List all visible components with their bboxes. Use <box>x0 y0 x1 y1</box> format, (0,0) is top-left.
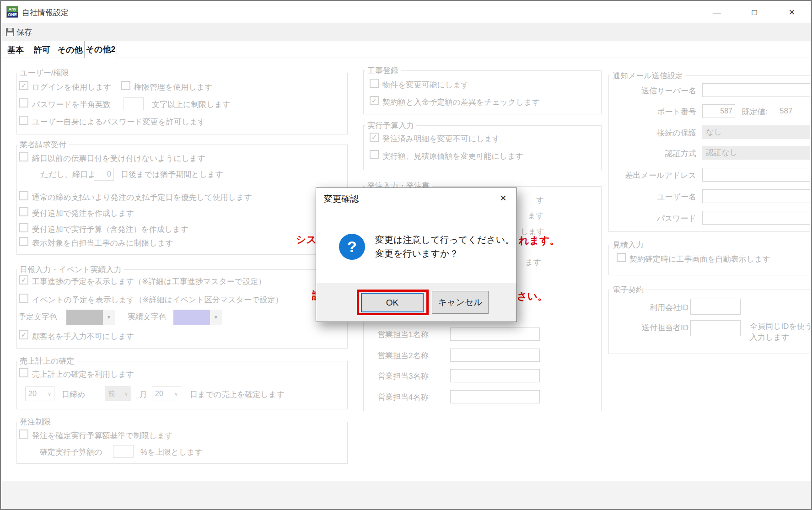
closing-day-select[interactable]: 20∨ <box>25 387 54 401</box>
checkbox-show-events[interactable] <box>19 294 28 303</box>
checkbox-use-authority[interactable] <box>121 81 130 90</box>
sender-id-note-line2: 入力します <box>750 332 789 343</box>
sales-rep4-label: 営業担当4名称 <box>377 392 428 403</box>
tab-other[interactable]: その他 <box>56 43 84 58</box>
checkbox-use-login-label: ログインを使用します <box>32 82 111 92</box>
checkbox-use-sales-confirm[interactable] <box>19 368 28 377</box>
password-length-input[interactable] <box>124 97 144 110</box>
sales-rep2-label: 営業担当2名称 <box>377 350 428 361</box>
checkbox-create-budget[interactable] <box>19 223 28 232</box>
dialog-title: 変更確認 <box>324 193 359 205</box>
checkbox-ordered-detail-lock[interactable]: ✓ <box>370 133 379 142</box>
checkbox-use-login[interactable]: ✓ <box>19 81 28 90</box>
company-id-input[interactable] <box>690 299 741 315</box>
checkbox-self-password-change[interactable] <box>19 116 28 125</box>
checkbox-order-limit[interactable] <box>19 429 28 439</box>
sender-id-input[interactable] <box>690 320 741 336</box>
checkbox-property-editable[interactable] <box>370 79 379 88</box>
checkbox-customer-no-manual-label: 顧客名を手入力不可にします <box>32 331 134 342</box>
group-e-contract-title: 電子契約 <box>610 285 646 295</box>
hidden-row-fragment: ます <box>525 257 541 268</box>
sales-rep2-input[interactable] <box>450 349 540 362</box>
checkbox-customer-no-manual[interactable]: ✓ <box>19 330 28 339</box>
checkbox-password-restrict-label: パスワードを半角英数 <box>32 99 111 110</box>
dialog-message-line1: 変更は注意して行ってください。 <box>375 234 514 246</box>
port-input[interactable]: 587 <box>702 104 735 118</box>
connection-protection-label: 接続の保護 <box>609 128 696 138</box>
save-button[interactable]: 保存 <box>2 23 41 41</box>
group-construction-register-title: 工事登録 <box>365 65 401 76</box>
checkbox-show-progress[interactable]: ✓ <box>19 275 28 285</box>
checkbox-restrict-own-projects[interactable] <box>19 237 28 246</box>
mail-password-label: パスワード <box>609 213 696 224</box>
checkbox-contract-diff-check[interactable]: ✓ <box>370 96 379 105</box>
plan-color-dropdown-arrow-icon[interactable]: ▼ <box>103 310 115 325</box>
group-mail-settings-title: 通知メール送信設定 <box>610 70 685 81</box>
maximize-button[interactable]: □ <box>743 5 766 20</box>
dialog-message-line2: 変更を行いますか？ <box>375 247 458 260</box>
checkbox-use-sales-confirm-label: 売上計上の確定を利用します <box>32 369 134 380</box>
actual-color-swatch[interactable] <box>173 310 210 325</box>
auth-method-label: 認証方式 <box>609 148 696 159</box>
budget-percent-input[interactable] <box>113 445 134 458</box>
tab-strip-line <box>2 58 812 58</box>
checkbox-auto-show-construction[interactable] <box>617 253 626 262</box>
port-default-label: 既定値: <box>742 107 768 117</box>
logo-bottom-text: ONE <box>7 12 18 17</box>
checkbox-use-authority-label: 権限管理を使用します <box>134 82 213 92</box>
smtp-server-input[interactable] <box>702 83 810 97</box>
month-offset-value: 前 <box>108 389 115 399</box>
sender-id-label: 送付担当者ID <box>602 322 688 333</box>
mail-user-label: ユーザー名 <box>609 192 696 202</box>
checkbox-auto-show-construction-label: 契約確定時に工事画面を自動表示します <box>629 254 770 264</box>
group-construction-register <box>363 70 602 114</box>
cancel-button[interactable]: キャンセル <box>432 291 489 314</box>
dialog-close-icon[interactable]: × <box>495 191 512 205</box>
tab-permission[interactable]: 許可 <box>29 43 55 58</box>
month-offset-select[interactable]: 前∨ <box>105 387 131 401</box>
budget-percent-label: %を上限とします <box>140 447 203 457</box>
checkbox-create-order[interactable] <box>19 207 28 216</box>
plan-color-swatch[interactable] <box>66 310 103 325</box>
group-sales-confirm <box>16 361 348 409</box>
group-user-rights-title: ユーザー/権限 <box>17 68 71 78</box>
checkbox-ordered-detail-lock-label: 発注済み明細を変更不可にします <box>382 134 500 144</box>
grace-days-input[interactable]: 0 <box>94 168 114 181</box>
sales-rep3-input[interactable] <box>450 369 540 382</box>
until-day-select[interactable]: 20∨ <box>152 387 181 401</box>
smtp-server-label: 送信サーバー名 <box>609 86 696 96</box>
actual-color-dropdown-arrow-icon[interactable]: ▼ <box>210 310 222 325</box>
from-address-input[interactable] <box>702 168 810 182</box>
tab-other2-selected[interactable]: その他2 <box>84 41 117 58</box>
checkbox-amount-editable[interactable] <box>370 150 379 159</box>
combo-arrow-icon: ∨ <box>48 391 51 397</box>
auth-method-select[interactable]: 認証なし <box>702 146 810 160</box>
toolbar: 保存 <box>2 23 812 41</box>
checkbox-self-password-change-label: ユーザー自身によるパスワード変更を許可します <box>32 117 205 127</box>
month-label: 月 <box>140 389 147 400</box>
group-budget-input-title: 実行予算入力 <box>365 120 416 131</box>
checkbox-payment-priority[interactable] <box>19 191 28 200</box>
minimize-button[interactable]: — <box>705 5 728 20</box>
checkbox-closing-date[interactable] <box>19 152 28 161</box>
close-button[interactable]: × <box>780 5 803 20</box>
mail-user-input[interactable] <box>702 189 810 203</box>
checkbox-show-events-label: イベントの予定を表示します（※詳細はイベント区分マスターで設定） <box>32 295 283 305</box>
checkbox-order-limit-label: 発注を確定実行予算額基準で制限します <box>32 430 173 441</box>
sales-rep4-input[interactable] <box>450 390 540 403</box>
sales-rep1-label: 営業担当1名称 <box>377 329 428 340</box>
confirm-dialog: 変更確認 × ? 変更は注意して行ってください。 変更を行いますか？ OK キャ… <box>316 188 517 322</box>
window-title: 自社情報設定 <box>22 7 69 18</box>
mail-password-input[interactable] <box>702 211 810 225</box>
red-warning-line2-right: さい。 <box>517 290 548 303</box>
check-icon: ✓ <box>21 276 27 284</box>
app-window: AnyONE 自社情報設定 — □ × 保存 基本 許可 その他 その他2 ユー… <box>0 0 812 510</box>
from-address-label: 差出メールアドレス <box>609 170 696 181</box>
budget-base-label: 確定実行予算額の <box>40 447 102 457</box>
logo-top-text: Any <box>7 6 18 12</box>
connection-protection-select[interactable]: なし <box>702 125 810 139</box>
hidden-row-fragment: ます <box>528 210 544 221</box>
sales-rep1-input[interactable] <box>450 327 540 341</box>
checkbox-password-restrict[interactable] <box>19 98 28 107</box>
tab-basic[interactable]: 基本 <box>3 43 28 58</box>
